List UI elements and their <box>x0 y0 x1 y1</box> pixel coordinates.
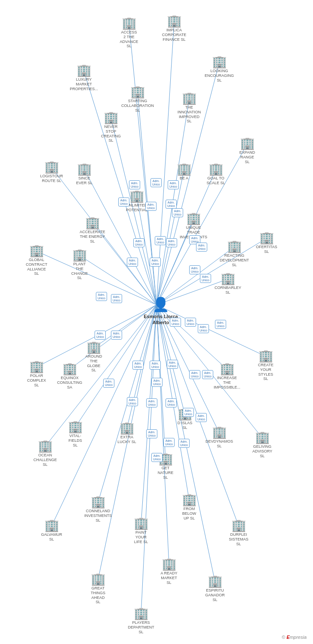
adm-badge-14[interactable]: Adm. Unico <box>189 265 200 274</box>
company-node-galvamur[interactable]: 🏢 GALVAMUR SL <box>42 519 61 542</box>
node-label-access2: ACCESS 2 THE ADVANCE SL <box>120 30 138 49</box>
company-node-looking[interactable]: 🏢 LOOKING ENCOURAGING SL <box>210 56 229 82</box>
adm-badge-18[interactable]: Adm. Unico <box>170 318 181 327</box>
node-label-increaseimpossible: INCREASE THE IMPOSSIBLE... <box>214 376 240 389</box>
adm-badge-20[interactable]: Adm. Unico <box>198 324 209 333</box>
company-node-greatthings[interactable]: 🏢 GREAT THINGS AHEAD SL <box>89 573 107 605</box>
svg-line-18 <box>156 238 267 305</box>
adm-badge-38[interactable]: Adm. Unico <box>178 439 190 448</box>
adm-badge-17[interactable]: Adm. Unico <box>111 294 122 303</box>
company-node-cornbarley[interactable]: 🏢 CORNBARLEY SL <box>218 273 237 295</box>
adm-badge-3[interactable]: Adm. Unico <box>118 197 129 207</box>
company-node-createstyles[interactable]: 🏢 CREATE YOUR STYLES SL <box>256 350 275 381</box>
company-node-players[interactable]: 🏢 PLAYERS DEPARTMENT SL <box>132 608 150 634</box>
adm-badge-23[interactable]: Adm. Unico <box>111 331 122 340</box>
building-icon-paintyourlife: 🏢 <box>134 517 149 529</box>
adm-badge-9[interactable]: Adm. Unico <box>166 238 177 247</box>
adm-badge-33[interactable]: Adm. Unico <box>166 398 177 407</box>
adm-badge-16[interactable]: Adm. Unico <box>96 292 107 301</box>
adm-badge-34[interactable]: Adm. Unico <box>183 408 194 417</box>
adm-badge-13[interactable]: Adm. Unico <box>150 258 161 267</box>
company-node-reacting[interactable]: 🏢 REACTING DEVELOPMENT SL <box>225 240 244 267</box>
company-node-unlimited[interactable]: 🏢 UNLIMITED POTENTIAL <box>127 190 146 213</box>
adm-badge-0[interactable]: Adm. Unico <box>129 180 140 189</box>
company-node-conneland[interactable]: 🏢 CONNELAND INVESTMENTS SL <box>89 496 107 522</box>
company-node-sinceever[interactable]: 🏢 SINCE EVER SL <box>75 163 94 185</box>
adm-badge-12[interactable]: Adm. Unico <box>127 258 138 267</box>
company-node-extralucky[interactable]: 🏢 EXTRA LUCKY SL <box>117 422 136 444</box>
company-node-paintyourlife[interactable]: 🏢 PAINT YOUR LIFE SL <box>132 517 150 544</box>
company-node-implica[interactable]: 🏢 IMPLICA CORPORATE FINANCE SL <box>165 15 184 42</box>
company-node-oceanchallenge[interactable]: 🏢 OCEAN CHALLENGE SL <box>36 440 55 467</box>
company-node-starting[interactable]: 🏢 STARTING COLLABORATION SL <box>128 86 147 112</box>
adm-badge-27[interactable]: Adm. Unico <box>189 370 200 379</box>
svg-line-35 <box>141 305 156 524</box>
adm-badge-28[interactable]: Adm. Unico <box>202 370 213 379</box>
company-node-expandrange[interactable]: 🏢 EXPAND RANGE SL <box>238 137 257 164</box>
adm-badge-29[interactable]: Adm. Unico <box>151 378 163 387</box>
company-node-accelerate[interactable]: 🏢 ACCELERATE THE ENERGY SL <box>83 217 102 243</box>
company-node-equinox[interactable]: 🏢 EQUINOX CONSULTING SA <box>60 363 79 389</box>
company-node-globalcontract[interactable]: 🏢 GLOBAL CONTRACT ALLIANCE SL <box>27 245 46 276</box>
building-icon-cornbarley: 🏢 <box>221 273 236 285</box>
adm-badge-2[interactable]: Adm. Unico <box>168 180 179 189</box>
node-label-conneland: CONNELAND INVESTMENTS SL <box>84 509 112 522</box>
node-label-bea: BE A <box>180 176 188 181</box>
company-node-increaseimpossible[interactable]: 🏢 INCREASE THE IMPOSSIBLE... <box>218 363 236 389</box>
adm-badge-5[interactable]: Adm. Unico <box>166 200 177 209</box>
adm-badge-11[interactable]: Adm. Unico <box>196 243 207 252</box>
company-node-innovation[interactable]: 🏢 THE INNOVATION IMPROVED SL <box>180 92 199 124</box>
company-node-neverstop[interactable]: 🏢 NEVER STOP CREATING SL <box>101 112 120 143</box>
adm-badge-21[interactable]: Adm. Unico <box>215 320 226 329</box>
building-icon-espiritu: 🏢 <box>208 575 223 587</box>
node-label-areadymarket: A READY MARKET SL <box>160 571 178 585</box>
adm-badge-25[interactable]: Adm. Unico <box>150 361 161 370</box>
adm-badge-1[interactable]: Adm. Unico <box>150 178 162 187</box>
company-node-vitalfields[interactable]: 🏢 VITAL-FIELDS SL <box>66 421 85 447</box>
company-node-logistour[interactable]: 🏢 LOGISTOUR ROUTE SL <box>42 161 61 183</box>
company-node-durplei[interactable]: 🏢 DURPLEI SISTEMAS SL <box>229 519 248 546</box>
building-icon-neverstop: 🏢 <box>104 112 119 124</box>
adm-badge-26[interactable]: Adm. Unico <box>167 360 178 369</box>
building-icon-goaltoscale: 🏢 <box>209 163 224 175</box>
company-node-luxury[interactable]: 🏢 LUXURY MARKET PROPERTIES... <box>74 64 93 91</box>
company-node-bea[interactable]: 🏢 BE A <box>175 163 193 181</box>
node-label-paintyourlife: PAINT YOUR LIFE SL <box>132 530 150 544</box>
company-node-areadymarket[interactable]: 🏢 A READY MARKET SL <box>160 558 178 585</box>
node-label-vitalfields: VITAL-FIELDS SL <box>66 434 85 447</box>
node-label-greatthings: GREAT THINGS AHEAD SL <box>89 586 107 605</box>
node-label-espiritu: ESPIRITU GANADOR SL <box>205 588 225 602</box>
adm-badge-22[interactable]: Adm. Unico <box>95 331 106 340</box>
node-label-getnature: GET NATURE SL <box>156 466 175 480</box>
building-icon-ofertitas: 🏢 <box>259 232 274 244</box>
building-icon-durplei: 🏢 <box>231 519 246 532</box>
adm-badge-19[interactable]: Adm. Unico <box>185 318 196 327</box>
adm-badge-37[interactable]: Adm. Unico <box>163 438 175 447</box>
company-node-aroundglobe[interactable]: 🏢 AROUND THE GLOBE SL <box>84 341 103 373</box>
company-node-espiritu[interactable]: 🏢 ESPIRITU GANADOR SL <box>206 575 224 602</box>
company-node-ofertitas[interactable]: 🏢 OFERTITAS SL <box>257 232 276 254</box>
node-label-implica: IMPLICA CORPORATE FINANCE SL <box>162 28 186 42</box>
network-graph: © Empresia 👤 Esmoris Llorca Alberto 🏢 AC… <box>0 0 313 644</box>
company-node-polarcomplex[interactable]: 🏢 POLAR COMPLEX SL <box>27 361 46 387</box>
adm-badge-8[interactable]: Adm. Unico <box>155 236 166 245</box>
adm-badge-31[interactable]: Adm. Unico <box>127 397 138 406</box>
node-label-frombelow: FROM BELOW UP SL <box>180 507 199 520</box>
building-icon-accelerate: 🏢 <box>85 217 100 229</box>
adm-badge-15[interactable]: Adm. Unico <box>200 274 211 283</box>
adm-badge-4[interactable]: Adm. Unico <box>145 202 156 211</box>
company-node-devdynamos[interactable]: 🏢 DEVDYNAMOS SL <box>210 426 229 449</box>
company-node-plantchange[interactable]: 🏢 PLANT THE CHANGE SL <box>70 249 89 280</box>
adm-badge-30[interactable]: Adm. Unico <box>103 379 114 388</box>
adm-badge-32[interactable]: Adm. Unico <box>146 398 157 407</box>
company-node-frombelow[interactable]: 🏢 FROM BELOW UP SL <box>180 494 199 520</box>
company-node-geliving[interactable]: 🏢 GELIVING ADVISORY SL <box>253 431 272 458</box>
adm-badge-35[interactable]: Adm. Unico <box>196 413 207 422</box>
adm-badge-39[interactable]: Adm. Unico <box>151 453 163 462</box>
adm-badge-36[interactable]: Adm. Unico <box>146 429 157 438</box>
company-node-goaltoscale[interactable]: 🏢 GOAL TO SCALE SL <box>206 163 225 185</box>
adm-badge-7[interactable]: Adm. Unico <box>133 238 144 247</box>
company-node-access2[interactable]: 🏢 ACCESS 2 THE ADVANCE SL <box>120 17 138 49</box>
adm-badge-24[interactable]: Adm. Unico <box>132 361 144 370</box>
adm-badge-6[interactable]: Adm. Unico <box>172 208 183 217</box>
